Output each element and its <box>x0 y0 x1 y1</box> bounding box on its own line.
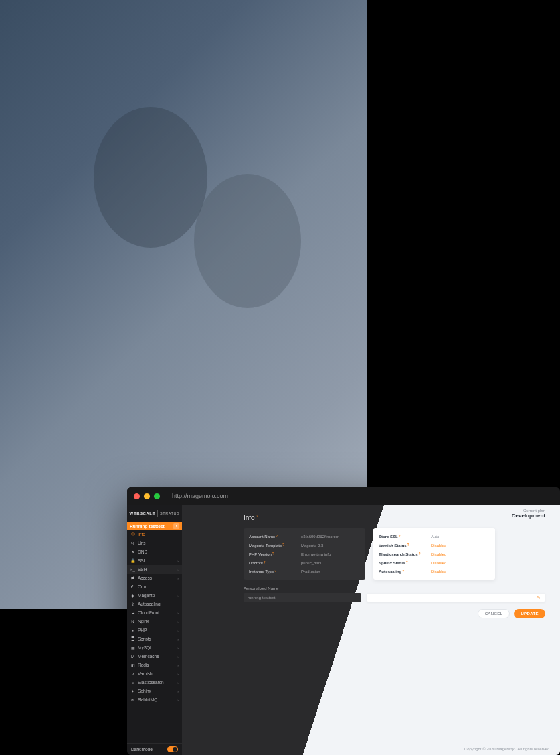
sidebar-item-cron[interactable]: ⏱Cron <box>127 582 182 591</box>
window-titlebar: http://magemojo.com <box>127 487 560 505</box>
status-value: Disabled <box>431 543 446 548</box>
help-icon[interactable]: ? <box>282 543 284 548</box>
cancel-button[interactable]: CANCEL <box>478 609 510 618</box>
sidebar-item-mysql[interactable]: ▦MySQL› <box>127 643 182 652</box>
nav-label: SSL <box>138 558 175 563</box>
nav-icon: ✦ <box>130 689 135 693</box>
sidebar-nav: ⓘInfo%Urls⚑DNS🔒SSL›>_SSH›⇄Access›⏱Cron◆M… <box>127 530 182 743</box>
info-panel: Account Name ?e3fa609d062ffmoremMagento … <box>244 528 365 580</box>
window-minimize-icon[interactable] <box>144 493 150 499</box>
status-value: Disabled <box>431 561 446 565</box>
sidebar-item-elasticsearch[interactable]: ⌕Elasticsearch› <box>127 678 182 687</box>
help-icon[interactable]: ? <box>406 561 408 565</box>
info-value: e3fa609d062ffmorem <box>301 535 339 539</box>
personalized-name-input[interactable] <box>244 593 361 602</box>
window-zoom-icon[interactable] <box>154 493 160 499</box>
help-icon[interactable]: ? <box>272 552 274 556</box>
nav-icon: V <box>130 672 135 676</box>
chevron-right-icon: › <box>177 689 179 693</box>
dark-mode-toggle[interactable] <box>167 746 178 752</box>
status-panel: Store SSL ?AutoVarnish Status ?DisabledE… <box>373 528 495 580</box>
nav-icon: ⚑ <box>130 550 135 554</box>
info-key: Account Name ? <box>249 535 301 539</box>
sidebar-item-sphinx[interactable]: ✦Sphinx› <box>127 687 182 695</box>
help-icon[interactable]: ? <box>419 552 421 556</box>
status-row: Varnish Status ?Disabled <box>379 541 490 550</box>
chevron-right-icon: › <box>177 568 179 572</box>
sidebar-item-ssl[interactable]: 🔒SSL› <box>127 556 182 565</box>
sidebar-item-magento[interactable]: ◆Magento› <box>127 591 182 600</box>
info-key: Instance Type ? <box>249 570 301 574</box>
chevron-right-icon: › <box>177 637 179 641</box>
sidebar-item-php[interactable]: ●PHP› <box>127 626 182 635</box>
status-value: Disabled <box>431 570 446 574</box>
sidebar-item-rabbitmq[interactable]: ✉RabbitMQ› <box>127 695 182 704</box>
main-area: Current plan Development Info? Account N… <box>182 505 560 755</box>
info-value: Magento 2.3 <box>301 543 323 548</box>
info-key: Magento Template ? <box>249 543 301 548</box>
status-key: Autoscaling ? <box>379 570 431 574</box>
update-button[interactable]: UPDATE <box>514 609 545 618</box>
chevron-right-icon: › <box>177 681 179 685</box>
chevron-right-icon: › <box>177 576 179 580</box>
page-title: Info? <box>244 514 545 521</box>
nav-icon: ◧ <box>130 663 135 667</box>
nav-label: SSH <box>138 567 175 572</box>
help-icon[interactable]: ? <box>274 570 276 574</box>
chevron-right-icon: › <box>177 646 179 650</box>
nav-label: CloudFront <box>138 610 175 615</box>
current-plan-value: Development <box>512 513 545 519</box>
app-window: http://magemojo.com WEBSCALE STRATUS Run… <box>127 487 560 755</box>
sidebar-item-cloudfront[interactable]: ☁CloudFront› <box>127 608 182 617</box>
help-icon[interactable]: ? <box>402 570 404 574</box>
status-key: Elasticsearch Status ? <box>379 552 431 556</box>
sidebar-item-access[interactable]: ⇄Access› <box>127 574 182 582</box>
chevron-right-icon: › <box>177 611 179 615</box>
environment-label: Running-testtest <box>130 524 165 529</box>
environment-banner[interactable]: Running-testtest ! <box>127 522 182 530</box>
rename-field[interactable]: ✎ <box>367 593 545 602</box>
nav-icon: ▦ <box>130 645 135 650</box>
nav-label: Nginx <box>138 619 175 624</box>
sidebar-item-dns[interactable]: ⚑DNS <box>127 548 182 556</box>
sidebar-item-scripts[interactable]: ≣Scripts› <box>127 635 182 643</box>
status-row: Sphinx Status ?Disabled <box>379 558 490 567</box>
sidebar-item-varnish[interactable]: VVarnish› <box>127 669 182 678</box>
status-key: Store SSL ? <box>379 535 431 539</box>
chevron-right-icon: › <box>177 698 179 702</box>
sidebar-item-autoscaling[interactable]: ⇪Autoscaling <box>127 600 182 608</box>
nav-label: Sphinx <box>138 689 175 693</box>
info-row: Docroot ?public_html <box>249 558 360 567</box>
sidebar-item-info[interactable]: ⓘInfo <box>127 530 182 539</box>
chevron-right-icon: › <box>177 620 179 624</box>
sidebar-item-urls[interactable]: %Urls <box>127 539 182 548</box>
status-key: Varnish Status ? <box>379 543 431 548</box>
info-key: Docroot ? <box>249 561 301 565</box>
nav-icon: M <box>130 655 135 659</box>
info-icon[interactable]: ? <box>256 514 258 518</box>
nav-label: Scripts <box>138 637 175 641</box>
sidebar-item-nginx[interactable]: NNginx› <box>127 617 182 626</box>
nav-label: Redis <box>138 663 175 667</box>
nav-label: Info <box>138 532 179 537</box>
nav-icon: ◆ <box>130 593 135 598</box>
info-value: Error getting info <box>301 552 331 556</box>
address-bar[interactable]: http://magemojo.com <box>172 493 228 499</box>
sidebar-item-redis[interactable]: ◧Redis› <box>127 661 182 669</box>
nav-icon: ⇄ <box>130 576 135 580</box>
footer-copyright: Copyright © 2020 MageMojo. All rights re… <box>464 747 551 751</box>
help-icon[interactable]: ? <box>276 535 278 539</box>
nav-label: Elasticsearch <box>138 680 175 685</box>
status-row: Elasticsearch Status ?Disabled <box>379 550 490 558</box>
help-icon[interactable]: ? <box>407 543 409 548</box>
status-value: Auto <box>431 535 439 539</box>
dark-mode-row: Dark mode <box>127 743 182 755</box>
sidebar-item-ssh[interactable]: >_SSH› <box>127 565 182 574</box>
window-close-icon[interactable] <box>134 493 140 499</box>
brand: WEBSCALE STRATUS <box>127 505 182 522</box>
help-icon[interactable]: ? <box>264 561 266 565</box>
nav-icon: % <box>130 541 135 546</box>
nav-icon: 🔒 <box>130 558 135 563</box>
sidebar-item-memcache[interactable]: MMemcache› <box>127 652 182 661</box>
help-icon[interactable]: ? <box>399 535 401 539</box>
